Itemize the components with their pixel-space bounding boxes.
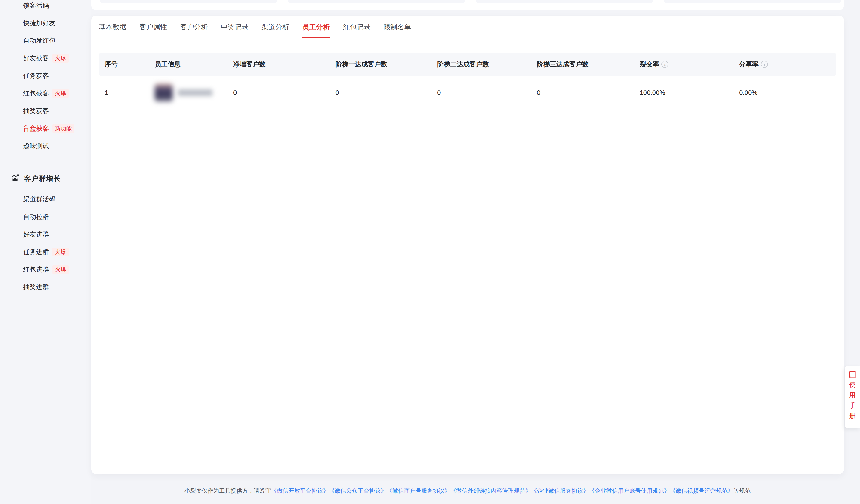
- sidebar-item-auto-red-packet[interactable]: 自动发红包: [23, 32, 89, 49]
- column-fission-rate: 裂变率 i: [640, 60, 739, 69]
- tab-channel-analysis[interactable]: 渠道分析: [261, 16, 289, 38]
- cell-share-rate: 0.00%: [739, 89, 836, 97]
- filter-card: [91, 0, 844, 10]
- page: 锁客活码 快捷加好友 自动发红包 好友获客火爆 任务获客 红包获客火爆 抽奖获客…: [0, 0, 860, 504]
- sidebar-item-task-acquisition[interactable]: 任务获客: [23, 67, 89, 85]
- filter-input-box[interactable]: [476, 0, 653, 3]
- sidebar-item-label: 抽奖获客: [23, 106, 49, 115]
- footer-link-wechat-merchant-service[interactable]: 《微信商户号服务协议》: [387, 487, 450, 494]
- cell-net-customers: 0: [233, 89, 335, 97]
- main-card: 基本数据 客户属性 客户分析 中奖记录 渠道分析 员工分析 红包记录 限制名单 …: [91, 16, 844, 474]
- hot-badge: 火爆: [52, 265, 69, 274]
- usage-manual-tab[interactable]: 使 用 手 册: [845, 366, 860, 428]
- column-tier2-customers: 阶梯二达成客户数: [437, 60, 537, 69]
- column-tier1-customers: 阶梯一达成客户数: [335, 60, 437, 69]
- sidebar-item-label: 抽奖进群: [23, 283, 49, 291]
- sidebar-item-label: 自动发红包: [23, 36, 56, 45]
- sidebar-item-redpacket-join-group[interactable]: 红包进群火爆: [23, 261, 89, 278]
- manual-char: 使: [849, 379, 856, 390]
- sidebar-item-lottery-join-group[interactable]: 抽奖进群: [23, 278, 89, 296]
- table-header-row: 序号 员工信息 净增客户数 阶梯一达成客户数 阶梯二达成客户数 阶梯三达成客户数…: [99, 53, 836, 76]
- sidebar-section-title: 客户群增长: [24, 174, 61, 184]
- cell-tier1-customers: 0: [335, 89, 437, 97]
- sidebar-section-customer-group-growth: 客户群增长: [11, 170, 61, 187]
- filter-input-box[interactable]: [288, 0, 465, 3]
- tab-customer-attributes[interactable]: 客户属性: [139, 16, 167, 38]
- tab-customer-analysis[interactable]: 客户分析: [180, 16, 208, 38]
- cell-tier2-customers: 0: [437, 89, 537, 97]
- sidebar-nav-group-growth: 渠道群活码 自动拉群 好友进群 任务进群火爆 红包进群火爆 抽奖进群: [23, 190, 89, 296]
- tab-restricted-list[interactable]: 限制名单: [384, 16, 411, 38]
- column-serial: 序号: [99, 60, 155, 69]
- footer-link-wecom-service[interactable]: 《企业微信服务协议》: [531, 487, 589, 494]
- column-label: 裂变率: [640, 60, 659, 69]
- sidebar-item-quick-add-friend[interactable]: 快捷加好友: [23, 14, 89, 32]
- employee-analysis-table: 序号 员工信息 净增客户数 阶梯一达成客户数 阶梯二达成客户数 阶梯三达成客户数…: [99, 53, 836, 110]
- manual-char: 手: [849, 400, 856, 411]
- table-row: 1 0 0 0 0 100.00% 0.00%: [99, 76, 836, 110]
- footer-link-wecom-account-rules[interactable]: 《企业微信用户账号使用规范》: [589, 487, 670, 494]
- hot-badge: 火爆: [52, 54, 69, 63]
- column-label: 分享率: [739, 60, 759, 69]
- sidebar-item-task-join-group[interactable]: 任务进群火爆: [23, 243, 89, 261]
- cell-fission-rate: 100.00%: [640, 89, 739, 97]
- sidebar-item-friend-acquisition[interactable]: 好友获客火爆: [23, 49, 89, 67]
- cell-tier3-customers: 0: [537, 89, 640, 97]
- sidebar-divider: [24, 162, 70, 162]
- sidebar-item-label: 盲盒获客: [23, 124, 49, 133]
- footer-disclaimer-suffix: 等规范: [733, 487, 751, 494]
- column-tier3-customers: 阶梯三达成客户数: [537, 60, 640, 69]
- sidebar-item-redpacket-acquisition[interactable]: 红包获客火爆: [23, 85, 89, 102]
- footer-link-wechat-channels-rules[interactable]: 《微信视频号运营规范》: [670, 487, 733, 494]
- sidebar-item-label: 快捷加好友: [23, 19, 56, 28]
- sidebar: 锁客活码 快捷加好友 自动发红包 好友获客火爆 任务获客 红包获客火爆 抽奖获客…: [0, 0, 91, 504]
- sidebar-item-label: 任务进群: [23, 248, 49, 256]
- sidebar-item-lock-customer-code[interactable]: 锁客活码: [23, 0, 89, 14]
- sidebar-item-channel-group-code[interactable]: 渠道群活码: [23, 190, 89, 208]
- sidebar-item-auto-pull-group[interactable]: 自动拉群: [23, 208, 89, 226]
- employee-name-blurred: [178, 89, 213, 96]
- footer-link-wechat-open-platform[interactable]: 《微信开放平台协议》: [271, 487, 329, 494]
- sidebar-item-label: 红包进群: [23, 265, 49, 274]
- sidebar-item-friend-join-group[interactable]: 好友进群: [23, 226, 89, 243]
- tab-winning-records[interactable]: 中奖记录: [221, 16, 248, 38]
- sidebar-item-label: 趣味测试: [23, 142, 49, 150]
- sidebar-item-blindbox-acquisition[interactable]: 盲盒获客新功能: [23, 120, 89, 137]
- column-employee-info: 员工信息: [155, 60, 233, 69]
- sidebar-item-label: 红包获客: [23, 89, 49, 98]
- hot-badge: 火爆: [52, 248, 69, 257]
- info-icon[interactable]: i: [761, 61, 768, 68]
- footer-disclaimer-text: 小裂变仅作为工具提供方，请遵守: [185, 487, 271, 494]
- cell-serial: 1: [99, 89, 155, 97]
- column-net-customers: 净增客户数: [233, 60, 335, 69]
- info-icon[interactable]: i: [661, 61, 668, 68]
- sidebar-item-label: 自动拉群: [23, 213, 49, 221]
- tab-employee-analysis[interactable]: 员工分析: [302, 16, 330, 38]
- new-feature-badge: 新功能: [52, 124, 74, 133]
- sidebar-item-label: 好友获客: [23, 54, 49, 63]
- tab-basic-data[interactable]: 基本数据: [99, 16, 127, 38]
- footer-link-wechat-official-platform[interactable]: 《微信公众平台协议》: [329, 487, 387, 494]
- column-share-rate: 分享率 i: [739, 60, 836, 69]
- sidebar-nav-acquisition: 锁客活码 快捷加好友 自动发红包 好友获客火爆 任务获客 红包获客火爆 抽奖获客…: [23, 0, 89, 155]
- manual-book-icon: [848, 366, 857, 379]
- footer-link-wechat-external-link-rules[interactable]: 《微信外部链接内容管理规范》: [450, 487, 531, 494]
- hot-badge: 火爆: [52, 89, 69, 98]
- manual-char: 用: [849, 390, 856, 400]
- sidebar-item-label: 任务获客: [23, 71, 49, 80]
- filter-input-box[interactable]: [664, 0, 841, 3]
- manual-char: 册: [849, 411, 856, 421]
- sidebar-item-label: 渠道群活码: [23, 195, 56, 204]
- cell-employee-info: [155, 84, 233, 102]
- sidebar-item-label: 好友进群: [23, 230, 49, 239]
- footer: 小裂变仅作为工具提供方，请遵守《微信开放平台协议》《微信公众平台协议》《微信商户…: [91, 486, 844, 496]
- filter-input-box[interactable]: [100, 0, 277, 3]
- avatar: [155, 84, 173, 102]
- tab-redpacket-records[interactable]: 红包记录: [343, 16, 371, 38]
- sidebar-item-lottery-acquisition[interactable]: 抽奖获客: [23, 102, 89, 120]
- sidebar-item-label: 锁客活码: [23, 1, 49, 10]
- bar-chart-trend-icon: [11, 174, 20, 184]
- sidebar-item-fun-test[interactable]: 趣味测试: [23, 137, 89, 155]
- analysis-tabs: 基本数据 客户属性 客户分析 中奖记录 渠道分析 员工分析 红包记录 限制名单: [91, 16, 844, 38]
